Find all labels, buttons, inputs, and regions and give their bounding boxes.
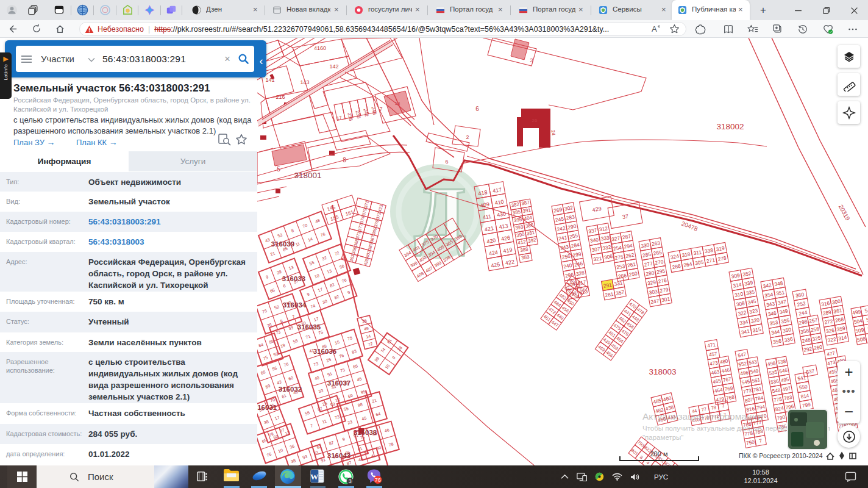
svg-text:335: 335 bbox=[745, 289, 755, 296]
svg-text:410: 410 bbox=[494, 199, 505, 206]
svg-text:393: 393 bbox=[514, 224, 524, 231]
svg-text:332: 332 bbox=[602, 244, 612, 251]
svg-text:93: 93 bbox=[302, 454, 308, 459]
svg-text:368: 368 bbox=[352, 239, 360, 247]
svg-text:55: 55 bbox=[304, 411, 310, 416]
svg-text:280: 280 bbox=[646, 270, 655, 277]
svg-text:143: 143 bbox=[300, 79, 309, 85]
svg-text:17: 17 bbox=[336, 115, 343, 121]
svg-text:21: 21 bbox=[269, 251, 276, 256]
svg-text:316031: 316031 bbox=[257, 404, 277, 411]
svg-text:287: 287 bbox=[622, 233, 631, 240]
svg-text:285: 285 bbox=[642, 251, 652, 258]
svg-text:391: 391 bbox=[522, 207, 532, 214]
svg-text:20319: 20319 bbox=[838, 203, 852, 221]
svg-text:376: 376 bbox=[373, 219, 380, 228]
svg-text:784: 784 bbox=[755, 395, 764, 402]
svg-text:75: 75 bbox=[261, 309, 268, 314]
svg-text:387: 387 bbox=[521, 199, 530, 206]
svg-text:417: 417 bbox=[492, 187, 502, 194]
svg-text:14: 14 bbox=[307, 237, 313, 242]
svg-text:28: 28 bbox=[397, 345, 403, 351]
svg-text:790: 790 bbox=[777, 414, 786, 421]
svg-text:373: 373 bbox=[355, 231, 362, 239]
svg-text:327: 327 bbox=[611, 235, 621, 242]
svg-text:413: 413 bbox=[499, 223, 509, 230]
svg-text:46: 46 bbox=[358, 457, 364, 462]
svg-text:421: 421 bbox=[484, 225, 494, 232]
svg-text:498: 498 bbox=[767, 361, 776, 367]
svg-text:82: 82 bbox=[334, 294, 340, 300]
svg-text:73: 73 bbox=[313, 361, 319, 367]
svg-text:8: 8 bbox=[291, 228, 294, 233]
svg-text:330: 330 bbox=[640, 242, 650, 249]
svg-text:64: 64 bbox=[375, 412, 382, 417]
svg-text:281: 281 bbox=[605, 291, 614, 298]
svg-text:305: 305 bbox=[694, 259, 704, 266]
svg-text:781: 781 bbox=[753, 386, 762, 393]
svg-text:541: 541 bbox=[797, 375, 806, 381]
svg-text:56: 56 bbox=[272, 365, 278, 371]
svg-text:39: 39 bbox=[288, 325, 294, 331]
svg-text:6: 6 bbox=[282, 284, 286, 289]
svg-text:767: 767 bbox=[722, 376, 731, 383]
svg-text:496: 496 bbox=[739, 370, 749, 376]
svg-text:145: 145 bbox=[327, 204, 336, 212]
svg-text:320: 320 bbox=[750, 317, 760, 324]
svg-text:24: 24 bbox=[550, 129, 557, 136]
svg-text:7: 7 bbox=[759, 438, 763, 444]
svg-text:45: 45 bbox=[361, 415, 368, 421]
svg-text:52: 52 bbox=[274, 304, 280, 310]
svg-text:545: 545 bbox=[741, 379, 750, 386]
svg-text:252: 252 bbox=[797, 300, 806, 307]
svg-text:2: 2 bbox=[466, 134, 469, 140]
svg-text:535: 535 bbox=[769, 369, 778, 376]
svg-text:48: 48 bbox=[315, 218, 321, 223]
svg-text:43: 43 bbox=[265, 237, 271, 243]
svg-text:369: 369 bbox=[371, 227, 378, 235]
svg-text:412: 412 bbox=[518, 239, 527, 246]
svg-text:13: 13 bbox=[326, 268, 332, 274]
svg-text:318002: 318002 bbox=[716, 122, 744, 131]
svg-text:244: 244 bbox=[799, 309, 808, 317]
svg-text:323: 323 bbox=[749, 307, 758, 315]
svg-text:279: 279 bbox=[660, 286, 669, 293]
svg-text:32: 32 bbox=[321, 256, 327, 261]
svg-text:550: 550 bbox=[799, 384, 808, 390]
svg-text:78: 78 bbox=[388, 442, 394, 447]
svg-text:7: 7 bbox=[310, 423, 313, 428]
svg-text:316039: 316039 bbox=[271, 240, 294, 248]
svg-text:379: 379 bbox=[361, 208, 368, 217]
svg-text:51: 51 bbox=[313, 450, 319, 456]
svg-text:382: 382 bbox=[511, 201, 520, 208]
svg-text:286: 286 bbox=[672, 263, 681, 270]
svg-text:322: 322 bbox=[738, 309, 747, 317]
svg-text:363: 363 bbox=[349, 254, 356, 262]
svg-text:73: 73 bbox=[334, 414, 340, 420]
svg-text:537: 537 bbox=[806, 368, 815, 375]
svg-text:3: 3 bbox=[349, 478, 352, 484]
svg-text:76: 76 bbox=[266, 452, 272, 458]
svg-text:773: 773 bbox=[743, 388, 752, 395]
svg-text:372: 372 bbox=[375, 212, 382, 220]
svg-text:324: 324 bbox=[670, 253, 680, 260]
svg-text:243: 243 bbox=[371, 106, 378, 115]
svg-text:246: 246 bbox=[574, 260, 583, 268]
svg-text:262: 262 bbox=[625, 252, 635, 259]
svg-text:464: 464 bbox=[714, 387, 723, 394]
svg-text:37: 37 bbox=[622, 213, 629, 220]
svg-text:338: 338 bbox=[704, 247, 714, 254]
svg-text:45: 45 bbox=[357, 376, 363, 382]
svg-text:75: 75 bbox=[347, 336, 353, 341]
svg-text:318003: 318003 bbox=[649, 367, 676, 376]
svg-text:358: 358 bbox=[800, 328, 809, 335]
svg-text:41: 41 bbox=[357, 446, 363, 451]
svg-text:333: 333 bbox=[600, 234, 610, 242]
svg-text:270: 270 bbox=[655, 259, 664, 266]
svg-text:319: 319 bbox=[716, 245, 725, 252]
svg-text:381: 381 bbox=[526, 230, 535, 237]
svg-text:236: 236 bbox=[355, 110, 362, 119]
svg-text:265: 265 bbox=[653, 249, 663, 256]
svg-text:418: 418 bbox=[478, 189, 488, 196]
svg-text:284: 284 bbox=[571, 242, 580, 249]
